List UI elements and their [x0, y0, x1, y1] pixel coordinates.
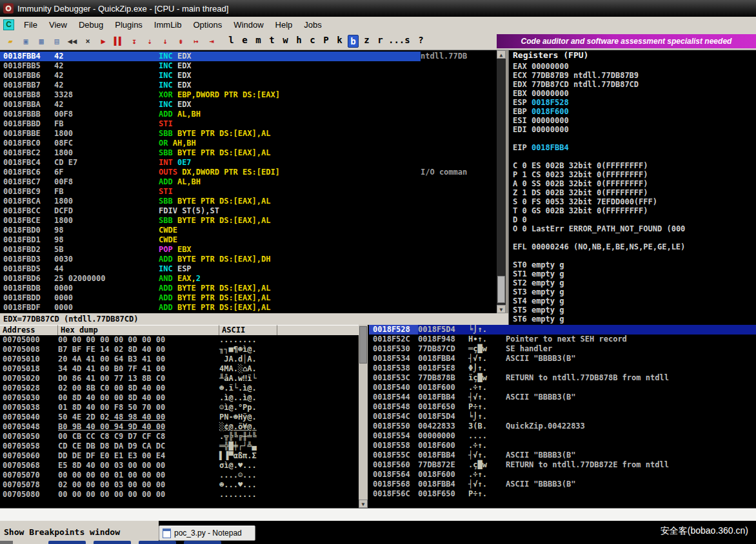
menu-item-debug[interactable]: Debug [73, 18, 109, 32]
dump-row[interactable]: 0070503801 8D 40 00 F8 50 70 00☺ì@.°Pp. [0, 403, 359, 413]
menu-item-view[interactable]: View [43, 18, 73, 32]
toolbar-letter-b[interactable]: b [348, 35, 359, 48]
disasm-row[interactable]: 0018FBC008FCOR AH,BH [0, 139, 497, 148]
register-row[interactable]: A 0 SS 002B 32bit 0(FFFFFFFF) [509, 179, 756, 188]
register-row[interactable] [509, 134, 756, 143]
stack-row[interactable]: 0018F5680018FBB4┤√↑.ASCII "BBBB3(B" [369, 480, 756, 489]
dump-row[interactable]: 0070504050 4E 2D 02 48 98 40 00PN-☻Hÿ@. [0, 413, 359, 422]
dump-header-address[interactable]: Address [0, 325, 58, 335]
disasm-row[interactable]: 0018FBD625 02000000AND EAX,2 [0, 274, 497, 284]
register-row[interactable] [509, 152, 756, 161]
scroll-down-icon[interactable]: ▼ [497, 305, 506, 313]
dump-row[interactable]: 0070503000 8D 40 00 00 8D 40 00.ì@..ì@. [0, 393, 359, 403]
register-row[interactable]: EAX 00000000 [509, 62, 756, 71]
stack-row[interactable]: 0018F5640018F600.÷↑. [369, 470, 756, 480]
dump-row[interactable]: 0070507000 00 00 00 01 00 00 00....☺... [0, 471, 359, 480]
stack-row[interactable]: 0018F55400000000.... [369, 431, 756, 441]
stack-row[interactable]: 0018F54C0018F5D4╘⌡↑. [369, 412, 756, 422]
dump-row[interactable]: 00705060DD DE DF E0 E1 E3 00 E4▌▐▀αßπ.Σ [0, 451, 359, 461]
disasm-row[interactable]: 0018FBC66FOUTS DX,DWORD PTR ES:[EDI]I/O … [0, 168, 497, 177]
menu-item-jobs[interactable]: Jobs [298, 18, 327, 32]
dump-row[interactable]: 0070508000 00 00 00 00 00 00 00........ [0, 490, 359, 500]
disasm-row[interactable]: 0018FBD198CWDE [0, 235, 497, 245]
disasm-row[interactable]: 0018FBDD0000ADD BYTE PTR DS:[EAX],AL [0, 293, 497, 303]
dump-row[interactable]: 00705008B7 BF FE 14 02 8D 40 00╖┐■¶☻ì@. [0, 345, 359, 355]
register-row[interactable]: ST3 empty g [509, 287, 756, 296]
stack-row[interactable]: 0018F55C0018FBB4┤√↑.ASCII "BBBB3(B" [369, 451, 756, 460]
register-row[interactable]: ESP 0018F528 [509, 98, 756, 107]
taskbar-notepad-button[interactable]: poc_3.py - Notepad [159, 525, 255, 541]
dump-row[interactable]: 0070501020 4A 41 00 64 B3 41 00 JA.d│A. [0, 355, 359, 364]
step-over-icon[interactable]: ⇣ [142, 34, 157, 48]
dump-row[interactable]: 00705020D0 86 41 00 77 13 8B C0╨åA.w‼ï└ [0, 374, 359, 384]
registers-pane[interactable]: Registers (FPU) EAX 00000000ECX 77DB87B9… [508, 50, 756, 325]
disasm-row[interactable]: 0018FBBB00F8ADD AL,BH [0, 110, 497, 119]
disasm-row[interactable]: 0018FBBA42INC EDX [0, 100, 497, 110]
stack-pane[interactable]: 0018F5280018F5D4╘⌡↑.0018F52C0018F948H∙↑.… [369, 325, 756, 508]
disasm-row[interactable]: 0018FBD544INC ESP [0, 264, 497, 274]
disassembly-pane[interactable]: 0018FBB442INC EDXntdll.77DB0018FBB542INC… [0, 50, 497, 313]
scroll-up-icon[interactable]: ▲ [497, 50, 506, 59]
menu-item-options[interactable]: Options [187, 18, 228, 32]
taskbar-stub[interactable] [139, 541, 176, 544]
register-row[interactable]: ST2 empty g [509, 278, 756, 287]
toolbar-letter-h[interactable]: h [293, 35, 304, 48]
taskbar-stub[interactable] [48, 541, 86, 544]
disasm-row[interactable]: 0018FBD098CWDE [0, 226, 497, 235]
stack-row[interactable]: 0018F5280018F5D4╘⌡↑. [369, 325, 756, 335]
dump-scrollbar[interactable]: ▼ [359, 325, 368, 508]
register-row[interactable]: ST5 empty g [509, 306, 756, 315]
memory-window-icon[interactable]: ▤ [49, 34, 65, 48]
register-row[interactable] [509, 233, 756, 242]
menu-item-help[interactable]: Help [270, 18, 299, 32]
toolbar-letter-k[interactable]: k [334, 35, 345, 48]
toolbar-letter-r[interactable]: r [375, 35, 386, 48]
stack-row[interactable]: 0018F53077DB87CD═ç█wSE handler [369, 344, 756, 354]
disassembly-scrollbar[interactable]: ▲ ▼ [497, 50, 506, 313]
taskbar-stub[interactable] [94, 541, 131, 544]
dump-header-hex-dump[interactable]: Hex dump [58, 325, 219, 335]
stack-row[interactable]: 0018F53C77DB878Bïç█wRETURN to ntdll.77DB… [369, 373, 756, 383]
disasm-row[interactable]: 0018FBB542INC EDX [0, 61, 497, 71]
disasm-row[interactable]: 0018FBC700F8ADD AL,BH [0, 177, 497, 187]
table-window-icon[interactable]: ▦ [34, 34, 49, 48]
scroll-thumb[interactable] [359, 326, 367, 364]
register-row[interactable] [509, 251, 756, 260]
title-bar[interactable]: Immunity Debugger - QuickZip.exe - [CPU … [0, 0, 756, 17]
step-into-icon[interactable]: ↧ [126, 34, 142, 48]
toolbar-letter-c[interactable]: c [307, 35, 318, 48]
stack-row[interactable]: 0018F5340018FBB4┤√↑.ASCII "BBBB3(B" [369, 354, 756, 364]
disasm-row[interactable]: 0018FBDB0000ADD BYTE PTR DS:[EAX],AL [0, 284, 497, 293]
run-to-user-icon[interactable]: ⇥ [204, 34, 219, 48]
stack-row[interactable]: 0018F52C0018F948H∙↑.Pointer to next SEH … [369, 335, 756, 344]
disasm-row[interactable]: 0018FBCA1800SBB BYTE PTR DS:[EAX],AL [0, 197, 497, 206]
stack-row[interactable]: 0018F5400018F600.÷↑. [369, 383, 756, 393]
disasm-row[interactable]: 0018FBB642INC EDX [0, 71, 497, 81]
stack-row[interactable]: 0018F56077DB872E.ç█wRETURN to ntdll.77DB… [369, 460, 756, 470]
stack-row[interactable]: 0018F56C0018F650P÷↑. [369, 489, 756, 499]
disasm-row[interactable]: 0018FBCCDCFDFDIV ST(5),ST [0, 206, 497, 216]
scroll-down-icon[interactable]: ▼ [359, 500, 368, 508]
cpu-window-menu-icon[interactable]: C [3, 19, 14, 30]
dump-row[interactable]: 0070502802 00 8B C0 00 8D 40 00☻.ï└.ì@. [0, 384, 359, 393]
memory-dump-pane[interactable]: AddressHex dumpASCII 0070500000 00 00 00… [0, 325, 359, 508]
register-row[interactable]: ESI 00000000 [509, 116, 756, 125]
register-row[interactable]: EFL 00000246 (NO,NB,E,BE,NS,PE,GE,LE) [509, 242, 756, 251]
disasm-row[interactable]: 0018FBB83328XOR EBP,DWORD PTR DS:[EAX] [0, 90, 497, 100]
dump-row[interactable]: 0070507802 00 00 00 03 00 00 00☻...♥... [0, 480, 359, 490]
toolbar-letter-l[interactable]: l [226, 35, 237, 48]
disasm-row[interactable]: 0018FBB742INC EDX [0, 81, 497, 90]
menu-item-immlib[interactable]: ImmLib [148, 18, 188, 32]
register-row[interactable]: EBP 0018F600 [509, 107, 756, 116]
register-row[interactable]: T 0 GS 002B 32bit 0(FFFFFFFF) [509, 206, 756, 215]
register-row[interactable]: EIP 0018FBB4 [509, 143, 756, 152]
disasm-row[interactable]: 0018FBC4CD E7INT 0E7 [0, 158, 497, 168]
command-input[interactable] [0, 510, 756, 522]
register-row[interactable]: S 0 FS 0053 32bit 7EFDD000(FFF) [509, 197, 756, 206]
register-row[interactable]: O 0 LastErr ERROR_PATH_NOT_FOUND (000 [509, 224, 756, 233]
scroll-thumb[interactable] [497, 276, 505, 303]
toolbar-letter-P[interactable]: P [321, 35, 332, 48]
dump-row[interactable]: 0070501834 4D 41 00 B0 7F 41 004MA.░⌂A. [0, 364, 359, 374]
disasm-row[interactable]: 0018FBB442INC EDXntdll.77DB [0, 52, 497, 61]
toolbar-letter-s[interactable]: s [402, 35, 413, 48]
